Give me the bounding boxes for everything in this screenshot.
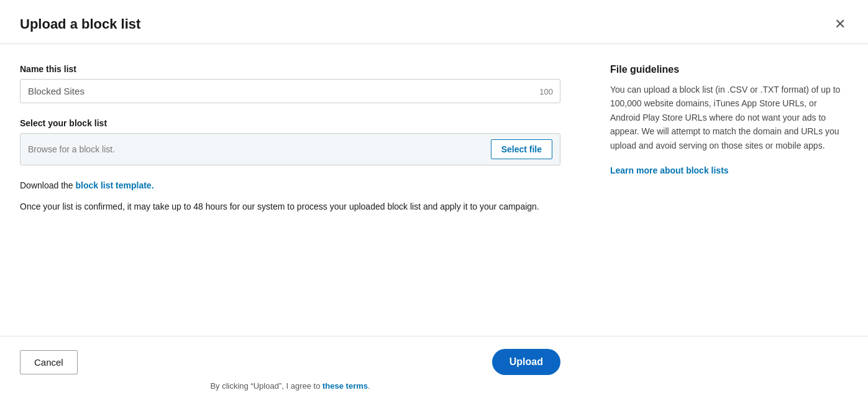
name-field-section: Name this list 100: [20, 64, 560, 118]
upload-button[interactable]: Upload: [492, 349, 560, 375]
browse-placeholder: Browse for a block list.: [28, 144, 115, 154]
select-file-button[interactable]: Select file: [491, 139, 552, 159]
guidelines-text: You can upload a block list (in .CSV or …: [610, 83, 846, 152]
download-template-link[interactable]: block list template.: [76, 180, 154, 190]
terms-link[interactable]: these terms: [322, 381, 368, 391]
name-label: Name this list: [20, 64, 560, 74]
dialog-header: Upload a block list ✕: [0, 0, 868, 44]
info-text: Once your list is confirmed, it may take…: [20, 200, 560, 213]
dialog-title: Upload a block list: [20, 16, 140, 32]
file-select-section: Select your block list Browse for a bloc…: [20, 118, 560, 180]
download-template-text: Download the block list template.: [20, 180, 560, 190]
dialog-footer: Cancel Upload By clicking “Upload”, I ag…: [0, 336, 868, 403]
file-label: Select your block list: [20, 118, 560, 128]
cancel-button[interactable]: Cancel: [20, 350, 78, 374]
name-input-wrapper: 100: [20, 79, 560, 103]
dialog-body: Name this list 100 Select your block lis…: [0, 44, 868, 336]
right-panel: File guidelines You can upload a block l…: [610, 64, 846, 336]
char-count: 100: [539, 86, 553, 96]
upload-block-list-dialog: Upload a block list ✕ Name this list 100…: [0, 0, 868, 403]
guidelines-title: File guidelines: [610, 64, 846, 75]
name-input[interactable]: [20, 79, 560, 103]
learn-more-link[interactable]: Learn more about block lists: [610, 165, 729, 175]
file-upload-area: Browse for a block list. Select file: [20, 133, 560, 165]
left-panel: Name this list 100 Select your block lis…: [20, 64, 560, 336]
footer-actions: Cancel Upload: [20, 349, 560, 375]
close-button[interactable]: ✕: [832, 15, 848, 34]
terms-text: By clicking “Upload”, I agree to these t…: [20, 381, 560, 391]
